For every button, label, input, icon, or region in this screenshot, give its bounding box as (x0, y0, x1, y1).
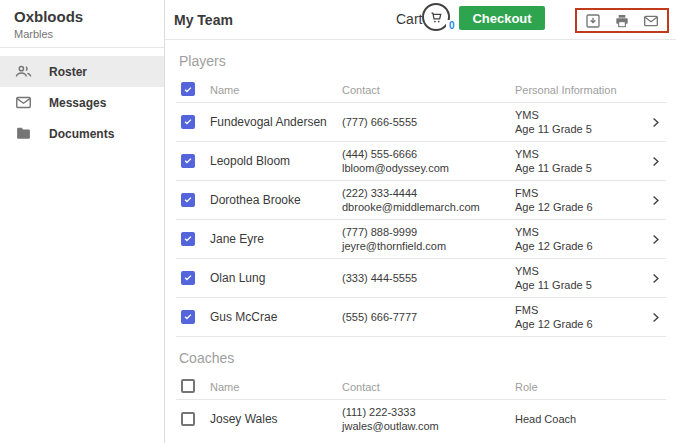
coach-name: Josey Wales (210, 412, 342, 426)
player-age-grade: Age 12 Grade 6 (515, 200, 646, 214)
checkout-button[interactable]: Checkout (459, 6, 545, 30)
row-checkbox[interactable] (181, 412, 195, 426)
chevron-right-icon[interactable] (646, 233, 666, 246)
email-icon[interactable] (643, 13, 659, 29)
player-org: YMS (515, 147, 646, 161)
column-header-contact: Contact (342, 381, 515, 393)
player-phone: (777) 888-9999 (342, 225, 515, 239)
mail-icon (15, 94, 32, 111)
table-row[interactable]: Jane Eyre (777) 888-9999jeyre@thornfield… (176, 220, 666, 259)
player-age-grade: Age 11 Grade 5 (515, 122, 646, 136)
coaches-header-row: Name Contact Role (176, 374, 666, 400)
player-phone: (444) 555-6666 (342, 147, 515, 161)
chevron-right-icon[interactable] (646, 155, 666, 168)
sidebar: Oxbloods Marbles Roster Messages Documen… (0, 0, 165, 443)
team-name: Oxbloods (14, 8, 150, 25)
player-org: YMS (515, 264, 646, 278)
chevron-right-icon[interactable] (646, 272, 666, 285)
sidebar-item-messages[interactable]: Messages (0, 87, 164, 118)
player-email: lbloom@odyssey.com (342, 161, 515, 175)
player-name: Gus McCrae (210, 310, 342, 324)
column-header-personal: Personal Information (515, 84, 646, 96)
player-age-grade: Age 12 Grade 6 (515, 239, 646, 253)
sidebar-item-label: Messages (49, 96, 106, 110)
players-header-row: Name Contact Personal Information (176, 77, 666, 103)
sidebar-item-label: Roster (49, 65, 87, 79)
player-name: Olan Lung (210, 271, 342, 285)
table-row[interactable]: Gus McCrae (555) 666-7777 FMSAge 12 Grad… (176, 298, 666, 337)
player-phone: (333) 444-5555 (342, 271, 515, 285)
players-select-all-checkbox[interactable] (181, 82, 195, 96)
team-subtitle: Marbles (14, 28, 150, 40)
cart-label: Cart (396, 11, 422, 27)
row-checkbox[interactable] (181, 310, 195, 324)
chevron-right-icon[interactable] (646, 311, 666, 324)
player-org: YMS (515, 108, 646, 122)
chevron-right-icon[interactable] (646, 116, 666, 129)
player-age-grade: Age 11 Grade 5 (515, 278, 646, 292)
player-email: jeyre@thornfield.com (342, 239, 515, 253)
player-org: YMS (515, 225, 646, 239)
column-header-role: Role (515, 381, 646, 393)
coaches-section-title: Coaches (179, 350, 666, 366)
row-checkbox[interactable] (181, 271, 195, 285)
download-icon[interactable] (585, 13, 601, 29)
page-title: My Team (174, 12, 233, 28)
player-name: Fundevogal Andersen (210, 115, 342, 129)
team-header: Oxbloods Marbles (0, 0, 164, 48)
player-org: FMS (515, 186, 646, 200)
table-row[interactable]: Josey Wales (111) 222-3333jwales@outlaw.… (176, 400, 666, 438)
people-icon (15, 63, 32, 80)
sidebar-item-label: Documents (49, 127, 114, 141)
player-phone: (222) 333-4444 (342, 186, 515, 200)
coach-email: jwales@outlaw.com (342, 419, 515, 433)
player-age-grade: Age 11 Grade 5 (515, 161, 646, 175)
cart-count-badge: 0 (446, 20, 457, 31)
table-row[interactable]: Dorothea Brooke (222) 333-4444dbrooke@mi… (176, 181, 666, 220)
table-row[interactable]: Olan Lung (333) 444-5555 YMSAge 11 Grade… (176, 259, 666, 298)
row-checkbox[interactable] (181, 193, 195, 207)
folder-icon (15, 125, 32, 142)
sidebar-nav: Roster Messages Documents (0, 48, 164, 149)
export-toolbar (575, 8, 669, 33)
sidebar-item-documents[interactable]: Documents (0, 118, 164, 149)
sidebar-item-roster[interactable]: Roster (0, 56, 164, 87)
print-icon[interactable] (614, 13, 630, 29)
player-phone: (555) 666-7777 (342, 310, 515, 324)
player-name: Jane Eyre (210, 232, 342, 246)
player-org: FMS (515, 303, 646, 317)
player-email: dbrooke@middlemarch.com (342, 200, 515, 214)
coach-phone: (111) 222-3333 (342, 405, 515, 419)
cart-button[interactable]: 0 (422, 3, 450, 31)
players-section-title: Players (179, 53, 666, 69)
column-header-contact: Contact (342, 84, 515, 96)
player-phone: (777) 666-5555 (342, 115, 515, 129)
player-name: Dorothea Brooke (210, 193, 342, 207)
row-checkbox[interactable] (181, 154, 195, 168)
column-header-name: Name (210, 381, 342, 393)
main-content: Players Name Contact Personal Informatio… (165, 53, 676, 438)
coach-role: Head Coach (515, 412, 646, 426)
player-name: Leopold Bloom (210, 154, 342, 168)
main-area: My Team Cart 0 Checkout (165, 0, 676, 443)
row-checkbox[interactable] (181, 232, 195, 246)
table-row[interactable]: Leopold Bloom (444) 555-6666lbloom@odyss… (176, 142, 666, 181)
table-row[interactable]: Fundevogal Andersen (777) 666-5555 YMSAg… (176, 103, 666, 142)
player-age-grade: Age 12 Grade 6 (515, 317, 646, 331)
coaches-select-all-checkbox[interactable] (181, 379, 195, 393)
chevron-right-icon[interactable] (646, 194, 666, 207)
column-header-name: Name (210, 84, 342, 96)
row-checkbox[interactable] (181, 115, 195, 129)
topbar: My Team Cart 0 Checkout (165, 0, 676, 40)
